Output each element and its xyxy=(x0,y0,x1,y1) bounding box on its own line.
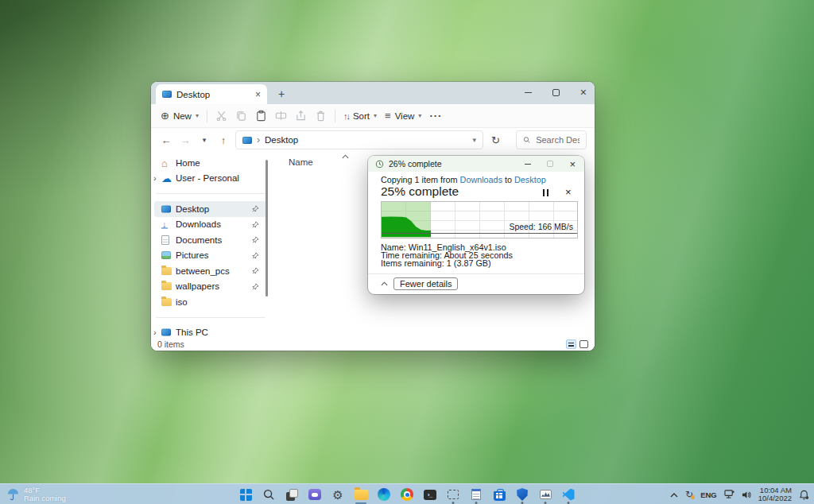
task-manager-button[interactable] xyxy=(536,484,555,504)
share-icon[interactable] xyxy=(295,110,307,122)
delete-icon[interactable] xyxy=(315,110,327,122)
source-link[interactable]: Downloads xyxy=(460,175,502,184)
copy-icon[interactable] xyxy=(235,110,247,122)
details-view-icon[interactable] xyxy=(566,339,576,349)
clock[interactable]: 10:04 AM 10/4/2022 xyxy=(758,487,792,503)
hidden-icons-chevron[interactable] xyxy=(670,492,678,498)
fewer-details-button[interactable]: Fewer details xyxy=(393,277,458,290)
settings-button[interactable]: ⚙ xyxy=(328,484,347,504)
paste-icon[interactable] xyxy=(255,110,267,122)
progress-clock-icon xyxy=(375,160,384,169)
recent-locations-icon[interactable]: ▾ xyxy=(197,136,211,144)
sidebar-item-iso[interactable]: iso xyxy=(154,294,267,310)
document-icon xyxy=(161,235,169,245)
search-box[interactable] xyxy=(516,130,587,149)
chevron-down-icon: ▾ xyxy=(418,112,421,119)
chat-button[interactable] xyxy=(305,484,324,504)
sidebar-item-downloads[interactable]: ↓ Downloads xyxy=(154,217,267,233)
cut-icon[interactable] xyxy=(215,110,227,122)
sort-ascending-icon[interactable] xyxy=(342,154,349,159)
forward-icon[interactable]: → xyxy=(178,134,192,146)
tab-desktop[interactable]: Desktop × xyxy=(156,84,267,104)
sort-button[interactable]: ↑↓ Sort ▾ xyxy=(343,111,377,121)
copy-details: Name: Win11_English_x64v1.iso Time remai… xyxy=(381,243,513,267)
new-tab-button[interactable]: + xyxy=(278,87,285,100)
minimize-button[interactable] xyxy=(525,92,532,93)
sidebar-item-desktop[interactable]: Desktop xyxy=(154,201,267,217)
new-button[interactable]: ⊕ New ▾ xyxy=(161,110,199,122)
sidebar-item-label: wallpapers xyxy=(176,281,219,291)
network-icon[interactable] xyxy=(724,490,735,499)
notepad-button[interactable] xyxy=(467,484,486,504)
terminal-button[interactable]: ›_ xyxy=(421,484,440,504)
start-button[interactable] xyxy=(236,484,255,504)
windows-security-button[interactable] xyxy=(513,484,532,504)
copy-dialog: 26% complete × Copying 1 item from Downl… xyxy=(368,156,584,294)
sync-update-icon[interactable]: ↻ xyxy=(685,490,693,499)
chevron-right-icon[interactable]: › xyxy=(153,328,157,337)
view-button-label: View xyxy=(395,111,415,121)
chevron-right-icon[interactable]: › xyxy=(153,173,157,183)
home-icon: ⌂ xyxy=(161,157,168,168)
column-header-name[interactable]: Name xyxy=(289,157,313,167)
sidebar-item-documents[interactable]: Documents xyxy=(154,232,267,248)
large-thumbnails-view-icon[interactable] xyxy=(579,340,588,348)
breadcrumb-item-desktop[interactable]: Desktop xyxy=(265,135,298,145)
chevron-down-icon: ▾ xyxy=(196,112,199,119)
desktop: Desktop × + × ⊕ New ▾ xyxy=(0,0,814,504)
sidebar-scrollbar[interactable] xyxy=(266,160,268,297)
pin-icon xyxy=(252,252,259,259)
sidebar-item-label: Pictures xyxy=(176,250,209,260)
sort-button-label: Sort xyxy=(353,111,370,121)
task-manager-icon xyxy=(540,490,552,499)
sidebar-item-label: Documents xyxy=(176,235,222,245)
sidebar-divider xyxy=(156,317,266,318)
breadcrumb[interactable]: › Desktop ▾ xyxy=(235,130,483,149)
copy-dialog-title: 26% complete xyxy=(389,159,520,169)
refresh-icon[interactable]: ↻ xyxy=(491,134,500,146)
more-options-icon[interactable]: ··· xyxy=(429,110,442,122)
desktop-icon xyxy=(161,205,171,212)
close-button[interactable]: × xyxy=(580,87,587,98)
task-view-button[interactable] xyxy=(282,484,301,504)
language-indicator[interactable]: ENG xyxy=(700,490,717,499)
pause-button[interactable] xyxy=(543,189,548,196)
file-explorer-button[interactable] xyxy=(351,484,370,504)
notification-bell-icon[interactable] xyxy=(799,490,809,500)
edge-button[interactable] xyxy=(374,484,393,504)
copy-description-middle: to xyxy=(505,175,512,184)
folder-icon xyxy=(161,282,172,290)
edge-icon xyxy=(378,488,390,501)
dialog-minimize-button[interactable] xyxy=(525,164,531,165)
sidebar-item-wallpapers[interactable]: wallpapers xyxy=(154,279,267,295)
chrome-button[interactable] xyxy=(397,484,417,504)
back-icon[interactable]: ← xyxy=(159,134,173,146)
volume-icon[interactable] xyxy=(742,490,751,499)
view-button[interactable]: ≡ View ▾ xyxy=(385,110,421,122)
sidebar-item-home[interactable]: ⌂ Home xyxy=(154,155,267,171)
pin-icon xyxy=(252,221,259,228)
snipping-tool-button[interactable] xyxy=(444,484,463,504)
terminal-icon: ›_ xyxy=(424,490,436,500)
sidebar-item-between-pcs[interactable]: between_pcs xyxy=(154,263,267,279)
taskbar-search-button[interactable] xyxy=(259,484,278,504)
desktop-icon xyxy=(162,91,172,98)
maximize-button[interactable] xyxy=(552,89,560,96)
up-icon[interactable]: ↑ xyxy=(216,134,231,146)
windows-logo-icon xyxy=(240,489,252,501)
dialog-close-button[interactable]: × xyxy=(569,159,576,169)
search-input[interactable] xyxy=(536,135,579,145)
explorer-status-bar: 0 items xyxy=(151,338,595,351)
address-dropdown-icon[interactable]: ▾ xyxy=(472,136,476,144)
weather-widget[interactable]: 48°F Rain coming xyxy=(6,484,66,504)
sidebar-item-onedrive[interactable]: › ☁ User - Personal xyxy=(154,171,267,187)
destination-link[interactable]: Desktop xyxy=(514,175,546,184)
tab-close-icon[interactable]: × xyxy=(255,90,261,99)
microsoft-store-button[interactable] xyxy=(490,484,509,504)
percent-complete: 25% complete xyxy=(381,184,459,199)
vscode-button[interactable] xyxy=(559,484,578,504)
cancel-copy-button[interactable]: × xyxy=(565,187,572,197)
rename-icon[interactable] xyxy=(275,110,287,122)
sidebar-item-pictures[interactable]: Pictures xyxy=(154,248,267,264)
dialog-divider xyxy=(368,273,584,274)
